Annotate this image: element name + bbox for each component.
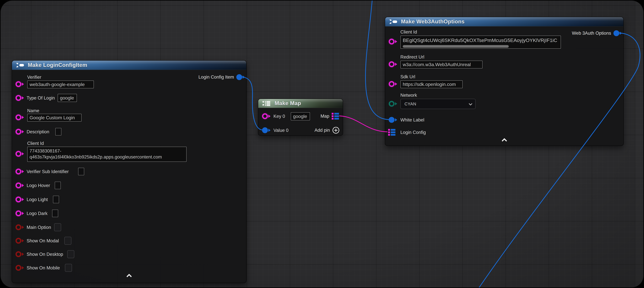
- chevron-up-icon: [126, 274, 132, 279]
- wire-map-to-login-config[interactable]: [340, 116, 387, 132]
- string-pin-type-of-login[interactable]: [16, 95, 21, 101]
- pin-label-show-on-mobile: Show On Mobile: [26, 265, 60, 270]
- show-on-desktop-checkbox[interactable]: [67, 250, 74, 258]
- node-make-map[interactable]: Make Map Key 0 google Map Value 0 Add pi…: [258, 99, 343, 136]
- map-output-pin[interactable]: [332, 113, 339, 120]
- string-pin-sdk-url[interactable]: [389, 81, 394, 87]
- bool-pin-show-on-desktop[interactable]: [16, 251, 21, 257]
- pin-label-white-label: White Label: [400, 117, 424, 123]
- output-pin-label: Login Config Item: [198, 75, 234, 80]
- logo-hover-input[interactable]: [55, 182, 61, 189]
- pin-label-redirect-url: Redirect Url: [400, 55, 424, 60]
- bool-pin-show-on-mobile[interactable]: [16, 265, 21, 271]
- verifier-sub-identifier-input[interactable]: [78, 168, 84, 175]
- pin-label-name: Name: [27, 108, 39, 113]
- blueprint-graph-canvas[interactable]: Make LoginConfigItem Login Config Item V…: [0, 0, 644, 288]
- sdk-url-input[interactable]: https://sdk.openlogin.com: [400, 80, 463, 88]
- pin-label-client-id: Client Id: [400, 30, 417, 35]
- string-pin-logo-hover[interactable]: [16, 182, 21, 188]
- string-pin-verifier[interactable]: [16, 81, 21, 87]
- pin-label-network: Network: [400, 93, 417, 98]
- node-make-web3authoptions[interactable]: Make Web3AuthOptions Web 3Auth Options C…: [385, 17, 624, 146]
- output-pin-label: Web 3Auth Options: [572, 31, 611, 36]
- make-struct-icon: [16, 62, 25, 68]
- string-pin-client-id[interactable]: [389, 39, 394, 45]
- output-map: Map: [320, 113, 339, 120]
- panel-edge-tint: [635, 0, 644, 288]
- main-option-checkbox[interactable]: [54, 223, 61, 231]
- description-input[interactable]: [55, 128, 62, 136]
- client-id-input[interactable]: 774338308167- q463s7kpvja16l4l0kko3nb925…: [27, 147, 186, 162]
- string-pin-redirect-url[interactable]: [389, 61, 394, 67]
- logo-dark-input[interactable]: [52, 210, 58, 217]
- chevron-down-icon: [469, 102, 472, 105]
- add-pin-label: Add pin: [314, 128, 330, 133]
- pin-label-login-config: Login Config: [400, 130, 426, 135]
- struct-output-pin[interactable]: [236, 74, 242, 80]
- string-pin-logo-dark[interactable]: [16, 210, 21, 216]
- node-title: Make Map: [274, 100, 301, 106]
- key-0-input[interactable]: google: [291, 112, 310, 120]
- make-map-icon: [262, 100, 272, 107]
- node-title: Make LoginConfigItem: [28, 62, 87, 68]
- pin-label-logo-dark: Logo Dark: [26, 211, 48, 216]
- pin-label-description: Description: [26, 129, 49, 134]
- string-pin-name[interactable]: [16, 114, 21, 120]
- name-input[interactable]: Google Custom Login: [27, 114, 82, 122]
- string-pin-description[interactable]: [16, 129, 21, 135]
- node-header[interactable]: Make Web3AuthOptions: [385, 17, 624, 27]
- type-of-login-input[interactable]: google: [58, 94, 77, 102]
- pin-label-type-of-login: Type Of Login: [26, 95, 55, 101]
- map-pin-login-config[interactable]: [388, 129, 396, 136]
- node-make-loginconfigitem[interactable]: Make LoginConfigItem Login Config Item V…: [12, 60, 246, 283]
- logo-light-input[interactable]: [53, 196, 59, 203]
- output-login-config-item: Login Config Item: [198, 74, 242, 81]
- struct-output-pin[interactable]: [614, 30, 619, 36]
- pin-label-value-0: Value 0: [274, 128, 288, 133]
- pin-label-show-on-modal: Show On Modal: [26, 238, 59, 243]
- string-pin-logo-light[interactable]: [16, 196, 21, 202]
- make-struct-icon: [389, 19, 398, 25]
- pin-label-show-on-desktop: Show On Desktop: [26, 252, 63, 257]
- enum-pin-network[interactable]: [389, 101, 394, 107]
- output-pin-label: Map: [320, 114, 329, 119]
- add-pin-button[interactable]: Add pin: [314, 127, 339, 134]
- node-title: Make Web3AuthOptions: [401, 19, 464, 25]
- pin-label-key-0: Key 0: [274, 114, 285, 119]
- pin-label-client-id: Client Id: [27, 141, 44, 146]
- pin-label-verifier: Verifier: [27, 75, 41, 80]
- chevron-up-icon: [502, 138, 507, 144]
- client-id-input[interactable]: BEglQSgt4cUWcj6SKRdu5QkOXTsePmMcusG5EAoy…: [400, 36, 561, 49]
- pin-label-logo-light: Logo Light: [26, 197, 48, 202]
- struct-pin-value-0[interactable]: [262, 127, 268, 133]
- plus-circle-icon: [332, 127, 339, 134]
- show-on-mobile-checkbox[interactable]: [65, 264, 72, 272]
- node-header[interactable]: Make Map: [258, 99, 343, 108]
- horizontal-scrollbar[interactable]: [403, 45, 509, 48]
- show-on-modal-checkbox[interactable]: [64, 237, 71, 245]
- string-pin-client-id[interactable]: [16, 151, 21, 157]
- node-header[interactable]: Make LoginConfigItem: [12, 61, 246, 70]
- bool-pin-main-option[interactable]: [16, 224, 21, 230]
- struct-pin-white-label[interactable]: [389, 117, 394, 123]
- bool-pin-show-on-modal[interactable]: [16, 238, 21, 244]
- string-pin-key-0[interactable]: [262, 113, 268, 119]
- collapse-button[interactable]: [12, 274, 246, 278]
- string-pin-verifier-sub-identifier[interactable]: [16, 169, 21, 174]
- pin-label-sdk-url: Sdk Url: [400, 74, 415, 80]
- redirect-url-input[interactable]: w3a://com.w3a.Web3AuthUnreal: [400, 61, 482, 69]
- output-web3auth-options: Web 3Auth Options: [572, 30, 619, 37]
- verifier-input[interactable]: web3auth-google-example: [27, 81, 94, 88]
- pin-label-verifier-sub-identifier: Verifier Sub Identifier: [26, 169, 69, 174]
- pin-label-main-option: Main Option: [26, 225, 51, 230]
- network-dropdown[interactable]: CYAN: [400, 99, 476, 109]
- pin-label-logo-hover: Logo Hover: [26, 183, 50, 188]
